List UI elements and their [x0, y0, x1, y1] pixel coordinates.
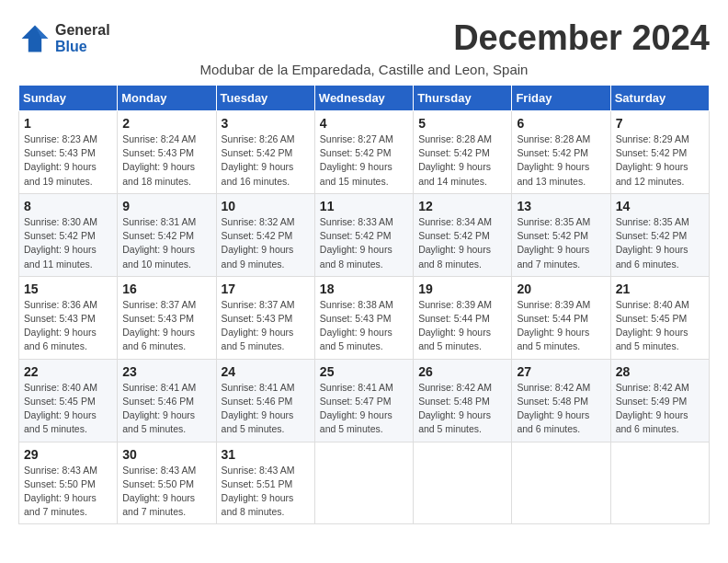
- sunset-label: Sunset: 5:42 PM: [222, 147, 293, 158]
- daylight-label: Daylight: 9 hours and 5 minutes.: [517, 327, 589, 351]
- daylight-label: Daylight: 9 hours and 5 minutes.: [320, 327, 392, 351]
- sunset-label: Sunset: 5:42 PM: [320, 230, 392, 241]
- day-number: 4: [320, 116, 408, 131]
- sunrise-label: Sunrise: 8:37 AM: [222, 299, 295, 310]
- day-number: 3: [222, 116, 310, 131]
- day-info: Sunrise: 8:39 AM Sunset: 5:44 PM Dayligh…: [418, 298, 506, 354]
- daylight-label: Daylight: 9 hours and 14 minutes.: [418, 161, 491, 186]
- day-info: Sunrise: 8:35 AM Sunset: 5:42 PM Dayligh…: [616, 215, 704, 271]
- daylight-label: Daylight: 9 hours and 5 minutes.: [616, 327, 688, 351]
- sunset-label: Sunset: 5:42 PM: [320, 147, 392, 158]
- calendar-cell: 23 Sunrise: 8:41 AM Sunset: 5:46 PM Dayl…: [118, 359, 216, 442]
- day-number: 25: [320, 364, 408, 379]
- calendar-cell: 29 Sunrise: 8:43 AM Sunset: 5:50 PM Dayl…: [19, 442, 118, 524]
- weekday-header-monday: Monday: [118, 86, 216, 111]
- day-number: 1: [24, 116, 112, 131]
- day-info: Sunrise: 8:41 AM Sunset: 5:46 PM Dayligh…: [122, 381, 210, 437]
- day-info: Sunrise: 8:34 AM Sunset: 5:42 PM Dayligh…: [418, 215, 506, 271]
- calendar-cell: [610, 442, 709, 524]
- daylight-label: Daylight: 9 hours and 6 minutes.: [24, 327, 97, 351]
- calendar-week-row: 22 Sunrise: 8:40 AM Sunset: 5:45 PM Dayl…: [19, 359, 710, 442]
- calendar-cell: [512, 442, 610, 524]
- daylight-label: Daylight: 9 hours and 6 minutes.: [517, 409, 589, 434]
- sunrise-label: Sunrise: 8:38 AM: [320, 299, 393, 310]
- sunrise-label: Sunrise: 8:42 AM: [517, 382, 590, 393]
- logo-text: General Blue: [55, 22, 110, 55]
- sunset-label: Sunset: 5:47 PM: [320, 396, 392, 407]
- daylight-label: Daylight: 9 hours and 5 minutes.: [222, 327, 294, 351]
- calendar-cell: 27 Sunrise: 8:42 AM Sunset: 5:48 PM Dayl…: [512, 359, 610, 442]
- daylight-label: Daylight: 9 hours and 7 minutes.: [122, 492, 195, 517]
- sunset-label: Sunset: 5:45 PM: [616, 313, 688, 324]
- calendar-cell: 20 Sunrise: 8:39 AM Sunset: 5:44 PM Dayl…: [512, 276, 610, 359]
- day-number: 22: [24, 364, 112, 379]
- day-info: Sunrise: 8:43 AM Sunset: 5:50 PM Dayligh…: [24, 464, 112, 520]
- day-number: 24: [222, 364, 310, 379]
- day-number: 13: [517, 199, 605, 213]
- sunrise-label: Sunrise: 8:33 AM: [320, 216, 393, 227]
- day-info: Sunrise: 8:37 AM Sunset: 5:43 PM Dayligh…: [222, 298, 310, 354]
- sunset-label: Sunset: 5:42 PM: [517, 147, 588, 158]
- day-number: 27: [517, 364, 605, 379]
- sunrise-label: Sunrise: 8:43 AM: [122, 465, 196, 476]
- daylight-label: Daylight: 9 hours and 16 minutes.: [222, 161, 294, 186]
- day-info: Sunrise: 8:43 AM Sunset: 5:51 PM Dayligh…: [222, 464, 310, 520]
- day-number: 2: [122, 116, 210, 131]
- calendar-week-row: 15 Sunrise: 8:36 AM Sunset: 5:43 PM Dayl…: [19, 276, 710, 359]
- weekday-header-saturday: Saturday: [610, 86, 709, 111]
- day-number: 11: [320, 199, 408, 213]
- calendar-cell: 19 Sunrise: 8:39 AM Sunset: 5:44 PM Dayl…: [414, 276, 512, 359]
- day-number: 5: [418, 116, 506, 131]
- sunset-label: Sunset: 5:46 PM: [122, 396, 194, 407]
- day-info: Sunrise: 8:42 AM Sunset: 5:48 PM Dayligh…: [418, 381, 506, 437]
- calendar-cell: 26 Sunrise: 8:42 AM Sunset: 5:48 PM Dayl…: [414, 359, 512, 442]
- day-info: Sunrise: 8:37 AM Sunset: 5:43 PM Dayligh…: [122, 298, 210, 354]
- sunset-label: Sunset: 5:49 PM: [616, 396, 688, 407]
- day-number: 21: [616, 282, 704, 296]
- day-info: Sunrise: 8:42 AM Sunset: 5:49 PM Dayligh…: [616, 381, 704, 437]
- sunset-label: Sunset: 5:50 PM: [122, 478, 194, 489]
- calendar-cell: 25 Sunrise: 8:41 AM Sunset: 5:47 PM Dayl…: [314, 359, 413, 442]
- daylight-label: Daylight: 9 hours and 12 minutes.: [616, 161, 688, 186]
- day-info: Sunrise: 8:26 AM Sunset: 5:42 PM Dayligh…: [222, 132, 310, 189]
- calendar-cell: 5 Sunrise: 8:28 AM Sunset: 5:42 PM Dayli…: [414, 111, 512, 194]
- day-number: 30: [122, 447, 210, 462]
- daylight-label: Daylight: 9 hours and 11 minutes.: [24, 244, 97, 269]
- day-info: Sunrise: 8:23 AM Sunset: 5:43 PM Dayligh…: [24, 132, 112, 189]
- day-number: 8: [24, 199, 112, 213]
- day-info: Sunrise: 8:38 AM Sunset: 5:43 PM Dayligh…: [320, 298, 408, 354]
- sunset-label: Sunset: 5:43 PM: [320, 313, 392, 324]
- sunrise-label: Sunrise: 8:35 AM: [517, 216, 590, 227]
- day-info: Sunrise: 8:40 AM Sunset: 5:45 PM Dayligh…: [616, 298, 704, 354]
- calendar-week-row: 8 Sunrise: 8:30 AM Sunset: 5:42 PM Dayli…: [19, 193, 710, 276]
- daylight-label: Daylight: 9 hours and 8 minutes.: [320, 244, 392, 269]
- sunset-label: Sunset: 5:48 PM: [517, 396, 588, 407]
- sunset-label: Sunset: 5:50 PM: [24, 478, 96, 489]
- day-number: 10: [222, 199, 310, 213]
- calendar-cell: 14 Sunrise: 8:35 AM Sunset: 5:42 PM Dayl…: [610, 193, 709, 276]
- sunset-label: Sunset: 5:42 PM: [616, 147, 688, 158]
- calendar-cell: 13 Sunrise: 8:35 AM Sunset: 5:42 PM Dayl…: [512, 193, 610, 276]
- calendar-cell: 30 Sunrise: 8:43 AM Sunset: 5:50 PM Dayl…: [118, 442, 216, 524]
- day-number: 15: [24, 282, 112, 296]
- sunset-label: Sunset: 5:42 PM: [616, 230, 688, 241]
- daylight-label: Daylight: 9 hours and 5 minutes.: [222, 409, 294, 434]
- sunrise-label: Sunrise: 8:28 AM: [517, 133, 590, 144]
- sunset-label: Sunset: 5:44 PM: [517, 313, 588, 324]
- day-number: 17: [222, 282, 310, 296]
- day-info: Sunrise: 8:36 AM Sunset: 5:43 PM Dayligh…: [24, 298, 112, 354]
- calendar-cell: [414, 442, 512, 524]
- sunrise-label: Sunrise: 8:36 AM: [24, 299, 97, 310]
- sunrise-label: Sunrise: 8:39 AM: [517, 299, 590, 310]
- daylight-label: Daylight: 9 hours and 8 minutes.: [222, 492, 294, 517]
- day-info: Sunrise: 8:29 AM Sunset: 5:42 PM Dayligh…: [616, 132, 704, 189]
- logo-icon: [18, 22, 51, 55]
- day-info: Sunrise: 8:33 AM Sunset: 5:42 PM Dayligh…: [320, 215, 408, 271]
- daylight-label: Daylight: 9 hours and 9 minutes.: [222, 244, 294, 269]
- daylight-label: Daylight: 9 hours and 5 minutes.: [320, 409, 392, 434]
- daylight-label: Daylight: 9 hours and 5 minutes.: [418, 409, 491, 434]
- calendar-cell: 12 Sunrise: 8:34 AM Sunset: 5:42 PM Dayl…: [414, 193, 512, 276]
- sunrise-label: Sunrise: 8:37 AM: [122, 299, 196, 310]
- calendar-cell: 31 Sunrise: 8:43 AM Sunset: 5:51 PM Dayl…: [216, 442, 314, 524]
- day-info: Sunrise: 8:28 AM Sunset: 5:42 PM Dayligh…: [517, 132, 605, 189]
